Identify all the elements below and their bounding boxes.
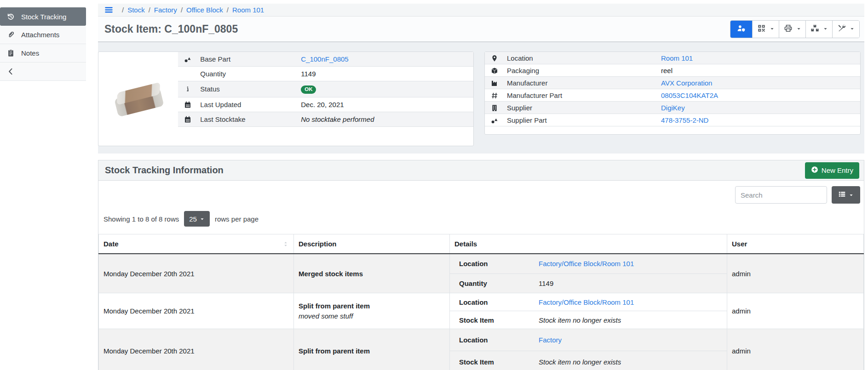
detail-label: Quantity: [197, 67, 298, 81]
caret-down-icon: [796, 26, 801, 33]
print-actions-button[interactable]: [779, 21, 806, 38]
detail-sub-row: Stock ItemStock item no longer exists: [450, 311, 727, 329]
new-entry-button[interactable]: New Entry: [805, 162, 859, 179]
detail-value-link[interactable]: AVX Corporation: [661, 79, 712, 87]
caret-down-icon: [770, 26, 775, 33]
columns-button[interactable]: [832, 186, 860, 204]
column-header-description: Description: [294, 234, 450, 254]
page-size-value: 25: [189, 215, 197, 223]
entry-details-cell: LocationFactoryStock ItemStock item no l…: [450, 329, 727, 370]
barcode-actions-button[interactable]: [753, 21, 779, 38]
detail-value-link[interactable]: DigiKey: [661, 104, 685, 112]
detail-sub-label: Location: [450, 298, 539, 306]
breadcrumb-link[interactable]: Factory: [154, 6, 177, 14]
search-input[interactable]: [735, 186, 827, 204]
detail-value: AVX Corporation: [658, 77, 860, 89]
sidebar: Stock TrackingAttachmentsNotes: [0, 7, 86, 81]
hamburger-icon[interactable]: [104, 6, 114, 15]
sidebar-item-notes[interactable]: Notes: [0, 44, 86, 63]
edit-actions-button[interactable]: [833, 21, 859, 38]
detail-row: SupplierDigiKey: [485, 102, 860, 114]
detail-sub-row: Stock ItemStock item no longer exists: [450, 351, 727, 370]
detail-row: Quantity1149: [178, 67, 473, 81]
detail-sub-link[interactable]: Factory/Office Block/Room 101: [539, 260, 634, 268]
detail-sub-label: Location: [450, 260, 539, 268]
sidebar-item-label: Notes: [21, 49, 39, 57]
detail-label: Manufacturer Part: [504, 89, 658, 102]
entry-description: Split from parent item: [299, 347, 445, 355]
caret-down-icon: [200, 215, 205, 223]
box-icon: [485, 64, 504, 77]
detail-sub-row: LocationFactory/Office Block/Room 101: [450, 254, 727, 274]
breadcrumb-separator: /: [122, 6, 124, 14]
main-content: /Stock/Factory/Office Block/Room 101 Sto…: [98, 4, 864, 370]
breadcrumb-separator: /: [227, 6, 229, 14]
breadcrumb: /Stock/Factory/Office Block/Room 101: [98, 4, 864, 17]
detail-label: Supplier: [504, 102, 658, 114]
stock-tracking-panel: Stock Tracking Information New Entry Sho…: [98, 160, 864, 370]
shapes-icon: [178, 52, 197, 67]
column-header-label: Description: [299, 240, 337, 248]
detail-value-link[interactable]: C_100nF_0805: [301, 55, 348, 63]
entry-date-cell: Monday December 20th 2021: [99, 293, 294, 329]
entry-details: LocationFactoryStock ItemStock item no l…: [450, 329, 727, 370]
column-header-label: User: [732, 240, 747, 248]
detail-value-link[interactable]: Room 101: [661, 54, 693, 62]
breadcrumb-link[interactable]: Room 101: [232, 6, 264, 14]
stock-adjust-button[interactable]: [806, 21, 833, 38]
page-size-dropdown[interactable]: 25: [184, 211, 210, 227]
breadcrumb-link[interactable]: Stock: [127, 6, 145, 14]
detail-sub-link[interactable]: Factory: [539, 336, 562, 344]
sidebar-item-stock-tracking[interactable]: Stock Tracking: [0, 7, 86, 26]
entry-date-cell: Monday December 20th 2021: [99, 254, 294, 293]
table-columns-icon: [838, 190, 846, 199]
detail-sub-link[interactable]: Factory/Office Block/Room 101: [539, 298, 634, 306]
entry-note: moved some stuff: [299, 312, 445, 320]
caret-down-icon: [849, 191, 854, 199]
entry-details: LocationFactory/Office Block/Room 101Qua…: [450, 254, 727, 293]
detail-value: reel: [658, 64, 860, 77]
stock-actions-button[interactable]: [730, 21, 753, 38]
column-header-label: Date: [103, 240, 119, 248]
caret-down-icon: [850, 26, 855, 33]
entry-description: Split from parent item: [299, 302, 445, 310]
detail-value-text: No stocktake performed: [301, 115, 374, 123]
sidebar-item-attachments[interactable]: Attachments: [0, 26, 86, 44]
detail-value-link[interactable]: 478-3755-2-ND: [661, 116, 708, 124]
column-header-label: Details: [454, 240, 477, 248]
entry-description-cell: Split from parent item: [294, 329, 450, 370]
part-card: Base PartC_100nF_0805Quantity1149StatusO…: [98, 51, 474, 146]
entry-details-cell: LocationFactory/Office Block/Room 101Sto…: [450, 293, 727, 329]
detail-sub-value: Stock item no longer exists: [539, 358, 621, 366]
paperclip-icon: [7, 31, 15, 39]
capacitor-image: [109, 76, 168, 122]
detail-row: Packagingreel: [485, 64, 860, 77]
detail-sub-value: Stock item no longer exists: [539, 316, 621, 324]
breadcrumb-separator: /: [181, 6, 183, 14]
sidebar-item-label: Attachments: [21, 31, 59, 39]
entry-user-cell: admin: [727, 254, 864, 293]
detail-sub-row: LocationFactory: [450, 329, 727, 351]
chevron-left-icon: [7, 68, 15, 76]
building-icon: [485, 102, 504, 114]
column-header-user: User: [727, 234, 864, 254]
detail-sub-value: 1149: [539, 279, 553, 287]
panel-title: Stock Tracking Information: [105, 165, 224, 176]
detail-label: Last Stocktake: [197, 112, 298, 126]
plus-circle-icon: [811, 166, 818, 175]
detail-label: Base Part: [197, 52, 298, 67]
boxes-icon: [811, 24, 819, 34]
detail-label: Manufacturer: [504, 77, 658, 89]
table-row: Monday December 20th 2021Merged stock it…: [99, 254, 864, 293]
column-header-date[interactable]: Date: [99, 234, 294, 254]
history-icon: [7, 12, 15, 21]
entry-details-cell: LocationFactory/Office Block/Room 101Qua…: [450, 254, 727, 293]
breadcrumb-link[interactable]: Office Block: [186, 6, 223, 14]
detail-value-link[interactable]: 08053C104KAT2A: [661, 91, 718, 99]
detail-row: Manufacturer Part08053C104KAT2A: [485, 89, 860, 102]
user-shield-icon: [737, 24, 746, 34]
entry-user-cell: admin: [727, 293, 864, 329]
sidebar-collapse-button[interactable]: [0, 63, 86, 81]
entry-user-cell: admin: [727, 329, 864, 370]
item-details-section: Base PartC_100nF_0805Quantity1149StatusO…: [98, 42, 864, 154]
